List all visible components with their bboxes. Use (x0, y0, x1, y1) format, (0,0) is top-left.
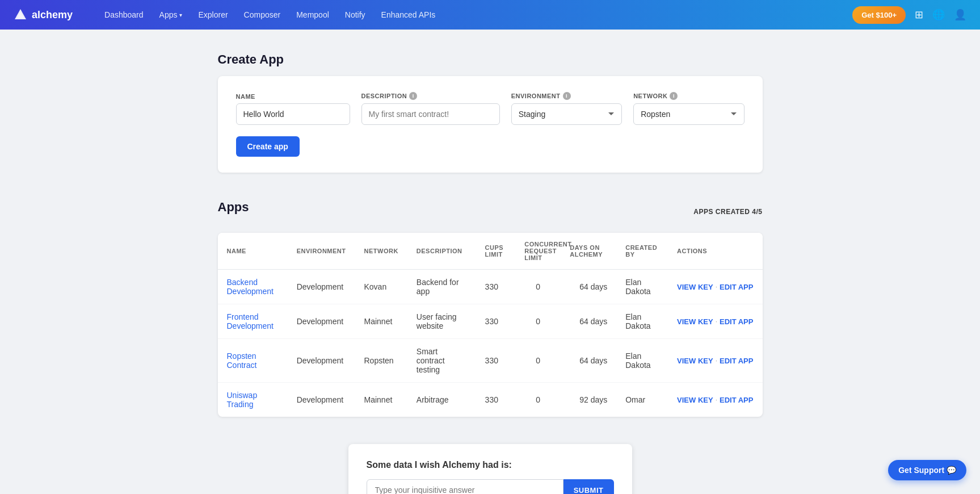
survey-input-row: SUBMIT (367, 479, 614, 494)
brand-logo[interactable]: alchemy (14, 8, 73, 22)
col-environment: ENVIRONMENT (288, 233, 355, 270)
grid-icon[interactable]: ⊞ (915, 9, 923, 21)
app-description-cell: Arbitrage (407, 383, 476, 417)
create-app-title: Create App (218, 52, 763, 67)
navbar: alchemy Dashboard Apps ▾ Explorer Compos… (0, 0, 980, 30)
view-key-link[interactable]: VIEW KEY (677, 317, 713, 326)
col-actions: ACTIONS (668, 233, 762, 270)
app-days-cell: 64 days (561, 270, 616, 304)
nav-apps[interactable]: Apps ▾ (159, 10, 183, 19)
description-label: DESCRIPTION i (361, 92, 500, 100)
app-name-cell: Frontend Development (218, 304, 288, 339)
app-concurrent-limit-cell: 0 (515, 383, 561, 417)
edit-app-link[interactable]: EDIT APP (720, 283, 753, 291)
app-network-cell: Mainnet (355, 383, 407, 417)
app-created-by-cell: Elan Dakota (616, 270, 668, 304)
apps-created-counter: APPS CREATED 4/5 (693, 208, 762, 216)
app-cups-limit-cell: 330 (476, 383, 516, 417)
edit-app-link[interactable]: EDIT APP (720, 396, 753, 404)
app-actions-cell: VIEW KEY · EDIT APP (668, 339, 762, 383)
view-key-link[interactable]: VIEW KEY (677, 357, 713, 365)
nav-explorer[interactable]: Explorer (198, 10, 228, 19)
col-concurrent-limit: CONCURRENTREQUEST LIMIT (515, 233, 561, 270)
app-environment-cell: Development (288, 339, 355, 383)
app-cups-limit-cell: 330 (476, 304, 516, 339)
name-field-group: NAME (236, 93, 350, 125)
nav-notify[interactable]: Notify (345, 10, 365, 19)
description-input[interactable] (361, 103, 500, 125)
apps-header: Apps APPS CREATED 4/5 (218, 200, 763, 224)
app-network-cell: Kovan (355, 270, 407, 304)
apps-table-card: NAME ENVIRONMENT NETWORK DESCRIPTION CUP… (218, 233, 763, 417)
create-app-button[interactable]: Create app (236, 136, 300, 157)
app-created-by-cell: Elan Dakota (616, 339, 668, 383)
nav-mempool[interactable]: Mempool (296, 10, 329, 19)
table-row: Frontend Development Development Mainnet… (218, 304, 763, 339)
app-environment-cell: Development (288, 383, 355, 417)
action-separator: · (716, 396, 717, 404)
environment-label: ENVIRONMENT i (511, 92, 622, 100)
apps-table: NAME ENVIRONMENT NETWORK DESCRIPTION CUP… (218, 233, 763, 417)
action-separator: · (716, 357, 717, 365)
app-name-cell: Uniswap Trading (218, 383, 288, 417)
action-separator: · (716, 283, 717, 291)
name-input[interactable] (236, 103, 350, 125)
brand-name: alchemy (32, 9, 73, 21)
main-content: Create App NAME DESCRIPTION i ENVIRONME (207, 30, 774, 494)
app-created-by-cell: Elan Dakota (616, 304, 668, 339)
name-label: NAME (236, 93, 350, 100)
main-nav: Dashboard Apps ▾ Explorer Composer Mempo… (104, 10, 834, 19)
create-app-card: NAME DESCRIPTION i ENVIRONMENT i (218, 76, 763, 173)
network-info-icon: i (670, 92, 678, 100)
nav-composer[interactable]: Composer (244, 10, 281, 19)
app-name-link[interactable]: Backend Development (227, 278, 274, 296)
description-field-group: DESCRIPTION i (361, 92, 500, 125)
col-description: DESCRIPTION (407, 233, 476, 270)
app-cups-limit-cell: 330 (476, 339, 516, 383)
nav-enhanced-apis[interactable]: Enhanced APIs (381, 10, 436, 19)
view-key-link[interactable]: VIEW KEY (677, 283, 713, 291)
globe-icon[interactable]: 🌐 (932, 9, 945, 21)
get-support-button[interactable]: Get Support 💬 (888, 460, 966, 480)
apps-section: Apps APPS CREATED 4/5 NAME ENVIRONMENT N… (218, 200, 763, 417)
survey-input[interactable] (367, 479, 563, 494)
app-network-cell: Mainnet (355, 304, 407, 339)
app-name-link[interactable]: Ropsten Contract (227, 351, 257, 370)
app-concurrent-limit-cell: 0 (515, 270, 561, 304)
user-icon[interactable]: 👤 (954, 9, 966, 21)
app-network-cell: Ropsten (355, 339, 407, 383)
view-key-link[interactable]: VIEW KEY (677, 396, 713, 404)
chevron-down-icon: ▾ (179, 12, 182, 18)
apps-title: Apps (218, 200, 249, 215)
table-header: NAME ENVIRONMENT NETWORK DESCRIPTION CUP… (218, 233, 763, 270)
app-description-cell: Smart contract testing (407, 339, 476, 383)
create-app-form: NAME DESCRIPTION i ENVIRONMENT i (236, 92, 745, 125)
app-name-link[interactable]: Frontend Development (227, 312, 274, 330)
environment-select[interactable]: Staging Development Production (511, 103, 622, 125)
app-description-cell: User facing website (407, 304, 476, 339)
survey-card: Some data I wish Alchemy had is: SUBMIT (348, 444, 632, 494)
app-concurrent-limit-cell: 0 (515, 304, 561, 339)
edit-app-link[interactable]: EDIT APP (720, 357, 753, 365)
app-name-cell: Backend Development (218, 270, 288, 304)
app-name-link[interactable]: Uniswap Trading (227, 391, 258, 409)
app-environment-cell: Development (288, 304, 355, 339)
app-description-cell: Backend for app (407, 270, 476, 304)
navbar-actions: Get $100+ ⊞ 🌐 👤 (852, 6, 966, 24)
survey-submit-button[interactable]: SUBMIT (563, 479, 614, 494)
col-days: DAYS ON ALCHEMY (561, 233, 616, 270)
app-actions-cell: VIEW KEY · EDIT APP (668, 270, 762, 304)
apps-table-body: Backend Development Development Kovan Ba… (218, 270, 763, 417)
network-label: NETWORK i (633, 92, 744, 100)
col-network: NETWORK (355, 233, 407, 270)
create-app-section: Create App NAME DESCRIPTION i ENVIRONME (218, 52, 763, 173)
network-select[interactable]: Ropsten Mainnet Kovan Rinkeby (633, 103, 744, 125)
nav-dashboard[interactable]: Dashboard (104, 10, 144, 19)
app-actions-cell: VIEW KEY · EDIT APP (668, 304, 762, 339)
environment-info-icon: i (563, 92, 571, 100)
get-credit-button[interactable]: Get $100+ (852, 6, 906, 24)
col-cups-limit: CUPS LIMIT (476, 233, 516, 270)
app-days-cell: 64 days (561, 304, 616, 339)
environment-field-group: ENVIRONMENT i Staging Development Produc… (511, 92, 622, 125)
edit-app-link[interactable]: EDIT APP (720, 317, 753, 326)
